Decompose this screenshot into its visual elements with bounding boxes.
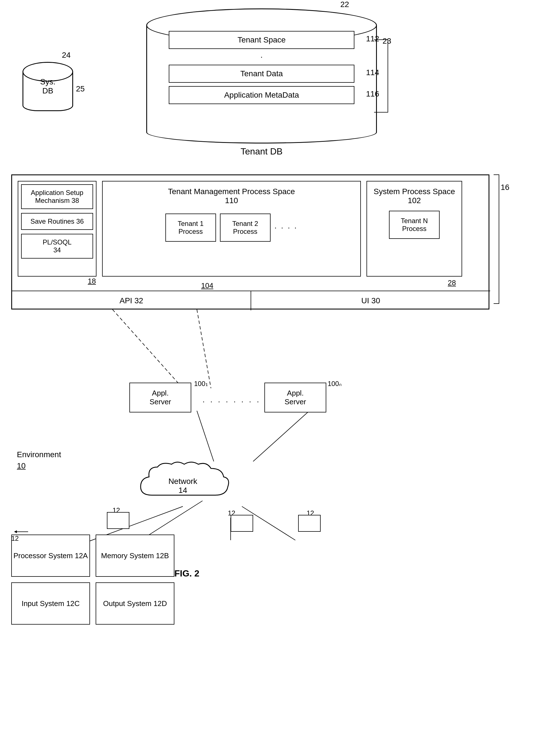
tenant-n-box: Tenant NProcess (389, 211, 440, 239)
ref-10: 10 (17, 461, 26, 471)
ref-114: 114 (366, 68, 379, 77)
right-section: System Process Space 102 Tenant NProcess… (366, 181, 462, 277)
api-ui-bar: API 32 UI 30 (12, 291, 490, 310)
tenant-db-label: Tenant DB (146, 146, 377, 157)
middle-section: Tenant Management Process Space 110 Tena… (102, 181, 361, 277)
process-dots: · · · · (275, 223, 298, 232)
svg-line-1 (197, 310, 211, 388)
environment-label: Environment (17, 450, 61, 459)
processor-box: Processor System 12A (11, 535, 90, 577)
ref-25: 25 (76, 84, 85, 94)
ref-18: 18 (88, 277, 96, 285)
bottom-boxes: Processor System 12A Memory System 12B I… (11, 535, 174, 624)
svg-text:14: 14 (178, 486, 187, 495)
app-setup-box: Application Setup Mechanism 38 (21, 184, 93, 209)
ref-22: 22 (340, 0, 349, 9)
ref-12-b: 12 (306, 509, 314, 517)
input-box: Input System 12C (11, 582, 90, 624)
ref-104: 104 (201, 281, 213, 290)
tenant2-process-box: Tenant 2Process (220, 214, 271, 242)
client-device-2 (298, 515, 321, 532)
ref-100-1: 100₁ (194, 380, 208, 388)
api-section: API 32 (12, 291, 251, 310)
db-inner-boxes: Tenant Space 112 · Tenant Data 114 Appli… (169, 31, 354, 107)
output-box: Output System 12D (96, 582, 174, 624)
svg-marker-11 (14, 530, 17, 533)
plsoql-box: PL/SOQL34 (21, 234, 93, 259)
sps-label: System Process Space 102 (370, 184, 459, 208)
ref-16: 16 (501, 183, 509, 192)
server-box: Application Setup Mechanism 38 Save Rout… (11, 175, 489, 310)
appl-server-n: Appl.Server (264, 383, 326, 413)
left-section: Application Setup Mechanism 38 Save Rout… (18, 181, 97, 277)
tmps-label: Tenant Management Process Space 110 (105, 184, 358, 211)
client-device-3 (107, 512, 129, 529)
ref-24: 24 (62, 51, 71, 60)
ref-112: 112 (366, 34, 379, 43)
network-cloud: Network 14 (135, 459, 231, 515)
ref-116: 116 (366, 90, 379, 98)
memory-box: Memory System 12B (96, 535, 174, 577)
ref-110: 110 (225, 196, 238, 205)
ref-28: 28 (448, 279, 456, 287)
ref-102: 102 (408, 196, 421, 205)
svg-line-3 (253, 411, 309, 461)
ref-12-arrow (0, 523, 84, 540)
tenant1-process-box: Tenant 1Process (165, 214, 216, 242)
save-routines-box: Save Routines 36 (21, 213, 93, 230)
appl-server-1: Appl.Server (129, 383, 191, 413)
svg-text:Network: Network (168, 477, 198, 485)
tenant-data-box: Tenant Data 114 (169, 65, 354, 83)
tenant-processes: Tenant 1Process Tenant 2Process · · · · (105, 214, 358, 242)
ref-100-n: 100ₙ (328, 380, 342, 388)
tenant-space-box: Tenant Space 112 (169, 31, 354, 49)
svg-line-2 (197, 411, 214, 461)
bracket-16 (494, 175, 499, 304)
fig-label: FIG. 2 (174, 568, 199, 579)
ui-section: UI 30 (251, 291, 490, 310)
db-dots: · (169, 52, 354, 61)
client-device-1 (231, 515, 253, 532)
ref-12-c: 12 (113, 507, 120, 514)
svg-line-0 (113, 310, 183, 388)
app-metadata-box: Application MetaData 116 (169, 86, 354, 104)
ref-12-a: 12 (228, 509, 235, 517)
diagram: Sys.DB 24 25 22 23 Tenant Space 112 · Te… (0, 0, 560, 754)
sys-db-label: Sys.DB (22, 77, 73, 95)
